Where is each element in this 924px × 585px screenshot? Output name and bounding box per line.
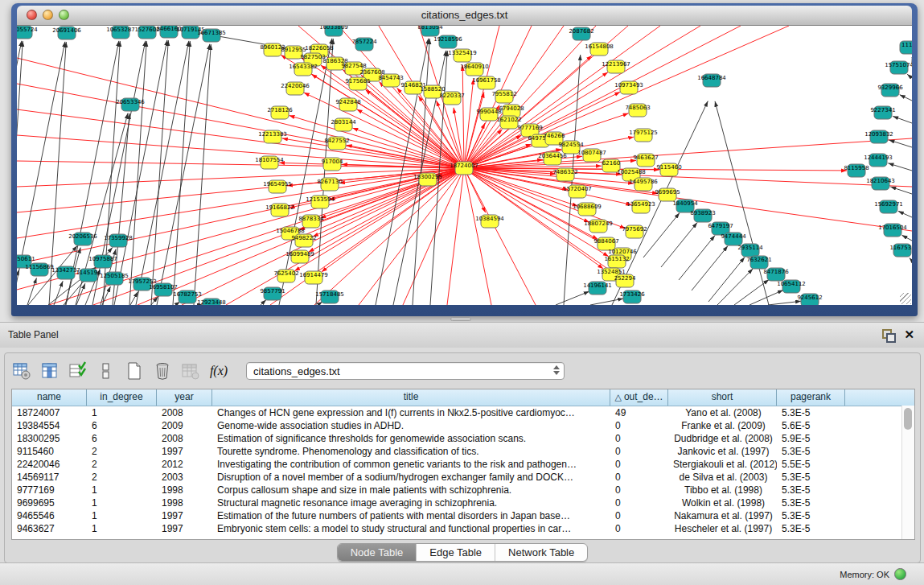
close-panel-icon[interactable]: ✕ [904,328,914,341]
table-row[interactable]: 946362711997Embryonic stem cells: a mode… [12,522,914,535]
delete-table-icon[interactable] [152,360,173,381]
vertical-scrollbar[interactable] [901,406,914,539]
table-cell[interactable]: 1997 [157,522,212,535]
column-header-short[interactable]: short [668,389,777,406]
table-cell[interactable]: 5.3E-5 [777,522,845,535]
table-cell[interactable]: 5.3E-5 [777,471,845,484]
table-cell[interactable]: Disruption of a novel member of a sodium… [212,471,610,484]
table-row[interactable]: 977716911998Corpus callosum shape and si… [12,484,914,496]
table-cell[interactable]: 6 [87,419,157,432]
column-header-year[interactable]: year [157,389,212,406]
table-cell[interactable]: 22420046 [12,458,87,471]
table-cell[interactable]: 5.3E-5 [777,484,845,496]
column-header-title[interactable]: title [212,389,610,406]
table-cell[interactable]: 9699695 [12,496,87,509]
table-cell[interactable]: 6 [87,432,157,445]
table-cell[interactable]: 2 [87,458,157,471]
table-cell[interactable]: Franke et al. (2009) [668,419,777,432]
column-header-out_de[interactable]: △out_de… [610,389,668,406]
table-cell[interactable]: Nakamura et al. (1997) [668,509,777,522]
table-cell[interactable]: 9463627 [12,522,87,535]
select-columns-icon[interactable] [68,360,88,381]
table-row[interactable]: 1830029562008Estimation of significance … [12,432,914,445]
table-cell[interactable]: 1997 [157,445,212,458]
table-row[interactable]: 969969511998Structural magnetic resonanc… [12,496,914,509]
table-cell[interactable]: de Silva et al. (2003) [668,471,777,484]
table-cell[interactable]: Embryonic stem cells: a model to study s… [212,522,610,535]
table-cell[interactable]: 2 [87,445,157,458]
table-cell[interactable]: 1 [87,522,157,535]
table-cell[interactable]: 0 [610,496,668,509]
table-cell[interactable]: 5.6E-5 [777,419,845,432]
network-window-titlebar[interactable]: citations_edges.txt [17,6,912,26]
table-cell[interactable]: Hescheler et al. (1997) [668,522,777,535]
table-cell[interactable]: 5.3E-5 [777,496,845,509]
table-cell[interactable]: Corpus callosum shape and size in male p… [212,484,610,496]
tab-node-table[interactable]: Node Table [338,544,417,561]
network-graph[interactable]: 8960123891295518226058982750381863289827… [17,26,912,305]
table-row[interactable]: 2242004622012Investigating the contribut… [12,458,914,471]
table-cell[interactable]: 2003 [157,471,212,484]
table-cell[interactable]: Changes of HCN gene expression and I(f) … [212,406,610,419]
table-cell[interactable]: 2012 [157,458,212,471]
show-columns-icon[interactable] [39,360,60,381]
tab-edge-table[interactable]: Edge Table [417,544,495,561]
table-cell[interactable]: 1997 [157,509,212,522]
table-cell[interactable]: Structural magnetic resonance image aver… [212,496,610,509]
table-row[interactable]: 1938455462009Genome-wide association stu… [12,419,914,432]
table-cell[interactable]: 1 [87,509,157,522]
column-header-name[interactable]: name [12,389,87,406]
table-row[interactable]: 1872400712008Changes of HCN gene express… [12,406,914,419]
table-cell[interactable]: Stergiakouli et al. (2012) [668,458,777,471]
table-cell[interactable]: 1 [87,406,157,419]
function-builder-icon[interactable]: f(x) [208,360,229,381]
table-cell[interactable]: 1998 [157,496,212,509]
table-cell[interactable]: 1 [87,496,157,509]
table-cell[interactable]: 19384554 [12,419,87,432]
table-cell[interactable]: Tibbo et al. (1998) [668,484,777,496]
tab-network-table[interactable]: Network Table [495,544,587,561]
table-cell[interactable]: 9115460 [12,445,87,458]
table-cell[interactable]: 5.3E-5 [777,509,845,522]
table-cell[interactable]: 0 [610,419,668,432]
table-cell[interactable]: Estimation of significance thresholds fo… [212,432,610,445]
table-cell[interactable]: 1 [87,484,157,496]
memory-ok-icon[interactable] [894,568,906,580]
table-row[interactable]: 946554611997Estimation of the future num… [12,509,914,522]
table-cell[interactable]: Investigating the contribution of common… [212,458,610,471]
create-table-icon[interactable] [124,360,145,381]
table-cell[interactable]: 0 [610,484,668,496]
table-cell[interactable]: Tourette syndrome. Phenomenology and cla… [212,445,610,458]
table-cell[interactable]: 0 [610,458,668,471]
table-select-combobox[interactable]: citations_edges.txt [246,362,565,380]
table-cell[interactable]: Estimation of the future numbers of pati… [212,509,610,522]
split-pane-handle[interactable] [450,317,471,321]
table-cell[interactable]: 18724007 [12,406,87,419]
table-cell[interactable]: 14569117 [12,471,87,484]
table-cell[interactable]: 49 [610,406,668,419]
table-cell[interactable]: 5.3E-5 [777,445,845,458]
table-cell[interactable]: 0 [610,522,668,535]
table-cell[interactable]: 0 [610,432,668,445]
table-row[interactable]: 1456911722003Disruption of a novel membe… [12,471,914,484]
import-table-icon[interactable] [180,360,201,381]
column-header-pagerank[interactable]: pagerank [777,389,845,406]
float-panel-icon[interactable] [881,328,894,341]
table-cell[interactable]: 9465546 [12,509,87,522]
table-cell[interactable]: 2008 [157,406,212,419]
network-canvas[interactable]: 8960123891295518226058982750381863289827… [17,26,912,305]
table-cell[interactable]: 5.3E-5 [777,406,845,419]
table-settings-icon[interactable] [11,360,32,381]
table-cell[interactable]: 2 [87,471,157,484]
table-cell[interactable]: 2009 [157,419,212,432]
column-header-in_degree[interactable]: in_degree [87,389,157,406]
table-row[interactable]: 911546021997Tourette syndrome. Phenomeno… [12,445,914,458]
table-cell[interactable]: 5.9E-5 [777,432,845,445]
table-cell[interactable]: 18300295 [12,432,87,445]
scrollbar-thumb[interactable] [904,408,912,430]
row-height-icon[interactable] [96,360,117,381]
table-cell[interactable]: Dudbridge et al. (2008) [668,432,777,445]
table-cell[interactable]: Genome-wide association studies in ADHD. [212,419,610,432]
table-cell[interactable]: 9777169 [12,484,87,496]
table-cell[interactable]: 1998 [157,484,212,496]
